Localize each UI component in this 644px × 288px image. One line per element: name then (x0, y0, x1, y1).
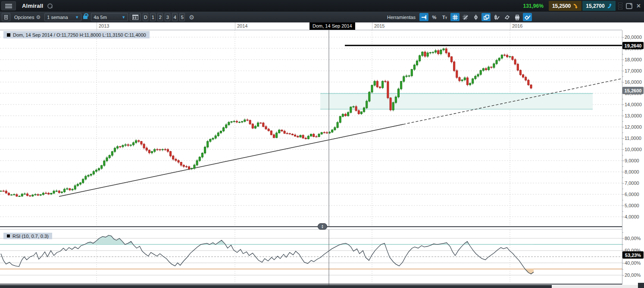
instrument-title: Almirall (22, 3, 43, 9)
year-gridlines (97, 30, 510, 284)
axis-tick (622, 172, 624, 172)
settings-edit-icon[interactable] (523, 13, 532, 21)
axis-tick (622, 161, 624, 161)
ohlc-info-label[interactable]: Dom, 14 Sep 2014 / O:11,7250 H:11,8000 L… (3, 31, 150, 38)
rsi-value-badge: 53,23% (622, 251, 644, 259)
axis-minor-tick (622, 144, 623, 144)
grid-icon[interactable] (450, 13, 460, 21)
price-axis-label: 11,0000 (625, 136, 641, 141)
axis-tick (622, 60, 624, 60)
buy-button[interactable]: 15,2700 (582, 1, 615, 11)
axis-tick (622, 71, 624, 71)
price-ladder-icon[interactable] (618, 1, 623, 11)
price-axis-label: 18,0000 (625, 57, 642, 62)
price-axis-label: 7,0000 (625, 180, 639, 186)
pointer-snap-icon[interactable] (419, 13, 428, 21)
sell-price: 15,2500 (552, 3, 571, 9)
price-axis-label: 14,0000 (625, 102, 642, 107)
marker-icon[interactable] (471, 13, 480, 21)
gear-icon: ⚙ (36, 15, 41, 20)
scrollbar-thumb[interactable] (0, 285, 552, 288)
rsi-label[interactable]: RSI (10, 0.7, 0.3) (3, 233, 52, 239)
interval-button-3[interactable]: 3 (165, 13, 170, 21)
year-label: 2014 (237, 23, 247, 28)
axis-minor-tick (622, 232, 623, 233)
printer-icon[interactable] (513, 13, 522, 21)
rsi-oversold-fill (1, 235, 534, 274)
axis-tick (622, 275, 624, 275)
text-tool-icon[interactable]: Tт (440, 13, 449, 21)
calendar-button[interactable] (130, 13, 141, 21)
chart-list-button[interactable] (2, 13, 10, 21)
close-icon[interactable]: × (637, 3, 641, 9)
price-zone (320, 94, 593, 109)
year-label: 2016 (512, 23, 522, 28)
range-value: 4a 5m (94, 15, 107, 20)
crosshair-date-tooltip: Dom, 14 Sep 2014 (309, 22, 355, 30)
axis-minor-tick (622, 211, 623, 212)
popout-window-icon[interactable] (626, 3, 632, 9)
grid-edit-icon[interactable] (461, 13, 470, 21)
interval-button-5[interactable]: 5 (179, 13, 185, 21)
opciones-label: Opciones (14, 15, 34, 20)
axis-minor-tick (622, 155, 623, 155)
axis-tick (622, 127, 624, 127)
rsi-text: RSI (10, 0.7, 0.3) (13, 234, 49, 239)
arrow-down-icon: ▼ (321, 227, 324, 229)
axis-minor-tick (622, 166, 623, 167)
opciones-button[interactable]: Opciones ⚙ (12, 13, 43, 21)
axis-minor-tick (622, 121, 623, 122)
interval-button-4[interactable]: 4 (172, 13, 178, 21)
eraser-icon[interactable] (502, 13, 511, 21)
percent-scale-icon[interactable]: % (430, 13, 439, 21)
hamburger-menu-icon[interactable] (1, 1, 16, 10)
axis-minor-tick (622, 269, 623, 269)
chevron-down-icon: ▼ (75, 15, 79, 19)
settings-button[interactable]: ⚙ (187, 13, 197, 21)
candles-layer (0, 47, 532, 197)
top-bar-right: 131,96% 15,2500 15,2700 × (523, 0, 644, 12)
rsi-axis-label: 20,00% (625, 272, 641, 278)
top-bar: Almirall 131,96% 15,2500 15,2700 × (0, 0, 644, 12)
panel-splitter[interactable] (0, 226, 622, 227)
interval-button-D[interactable]: D (143, 13, 148, 21)
search-icon[interactable] (47, 3, 53, 9)
calendar-icon (132, 15, 138, 20)
windows-icon[interactable] (481, 13, 491, 21)
lock-icon[interactable] (83, 16, 88, 19)
sell-button[interactable]: 15,2500 (549, 1, 581, 11)
price-axis-label: 10,0000 (625, 147, 642, 152)
price-axis-label: 16,0000 (625, 79, 642, 85)
series-marker-icon (7, 33, 10, 37)
chart-canvas[interactable] (0, 0, 622, 288)
scrollbar-corner (638, 283, 644, 288)
gear-icon: ⚙ (189, 14, 194, 20)
interval-button-2[interactable]: 2 (157, 13, 163, 21)
price-axis-label: 6,0000 (625, 192, 639, 197)
year-tick (510, 22, 510, 30)
axis-tick (622, 206, 624, 206)
axis-minor-tick (622, 110, 623, 111)
price-axis-label: 5,0000 (625, 203, 639, 208)
axis-minor-tick (622, 54, 623, 54)
year-label: 2013 (99, 23, 109, 28)
period-value: 1 semana (47, 15, 68, 20)
price-axis-label: 17,0000 (625, 68, 642, 73)
horizontal-scrollbar[interactable] (0, 285, 644, 288)
list-icon (4, 15, 8, 19)
range-dropdown[interactable]: 4a 5m ▼ (91, 13, 128, 21)
axis-tick (622, 194, 624, 195)
sell-arrow-icon (573, 3, 578, 9)
splitter-handle[interactable]: ▲▼ (318, 223, 327, 230)
period-dropdown[interactable]: 1 semana ▼ (44, 13, 81, 21)
price-axis-label: 8,0000 (625, 169, 639, 174)
axis-minor-tick (622, 177, 623, 178)
price-gridlines (0, 37, 622, 217)
series-marker-icon (7, 234, 10, 237)
axis-minor-tick (622, 200, 623, 200)
candle-edit-icon[interactable] (492, 13, 501, 21)
interval-button-1[interactable]: 1 (150, 13, 156, 21)
rsi-axis-label: 40,00% (625, 260, 641, 266)
axis-tick (622, 82, 624, 82)
axis-tick (622, 116, 624, 116)
